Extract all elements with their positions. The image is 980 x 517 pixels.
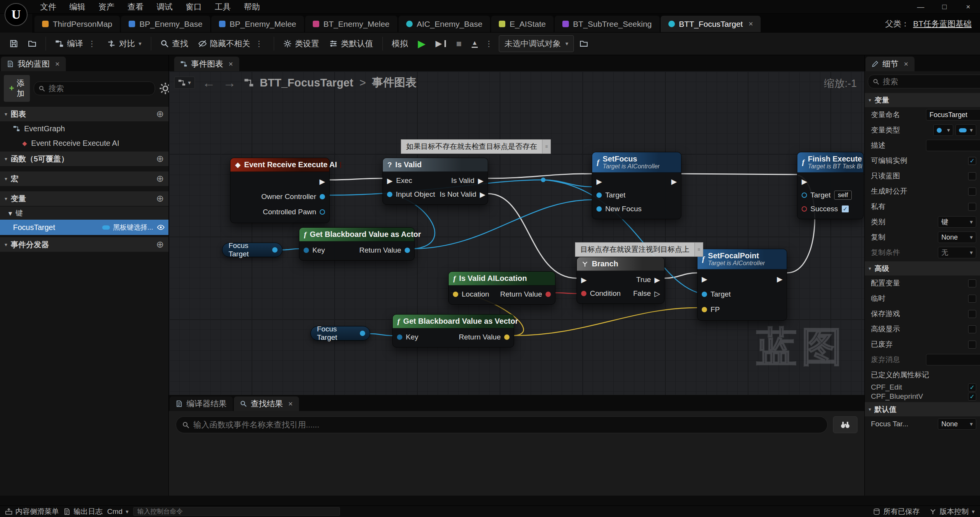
controlled-pawn-pin[interactable] <box>320 209 325 215</box>
play-options-icon[interactable]: ⋮ <box>483 39 494 48</box>
close-button[interactable]: × <box>956 0 980 14</box>
wire-var1-key[interactable] <box>283 249 299 250</box>
tab-bt-enemy-melee[interactable]: BT_Enemy_Melee <box>305 16 397 32</box>
wire-bool-ailoc-condition[interactable] <box>555 293 577 294</box>
add-variable-icon[interactable]: ⊕ <box>156 193 164 204</box>
tab-bt-subtree-seeking[interactable]: BT_SubTree_Seeking <box>555 16 660 32</box>
wire-exec-notvalid-branch[interactable] <box>488 194 577 278</box>
eject-button[interactable]: ▲ <box>467 36 482 51</box>
variable-row-focustarget[interactable]: FocusTarget 黑板键选择... <box>0 220 168 235</box>
reroute-node[interactable] <box>541 178 546 182</box>
success-checkbox[interactable]: ✓ <box>841 205 849 213</box>
wire-var2-key[interactable] <box>370 334 392 336</box>
graph-view-menu[interactable]: ▾ <box>174 77 195 89</box>
stop-button[interactable]: ■ <box>452 35 466 52</box>
find-button[interactable]: 查找 <box>156 35 193 52</box>
maximize-button[interactable]: □ <box>933 0 956 14</box>
comment-grip-icon[interactable]: ≡ <box>542 139 551 154</box>
breadcrumb-root[interactable]: BTT_FocusTarget <box>260 77 353 89</box>
menu-file[interactable]: 文件 <box>34 0 63 13</box>
back-arrow-icon[interactable]: ← <box>203 76 216 89</box>
is-valid-exec-out-pin[interactable]: ▶ <box>478 177 483 184</box>
eye-icon[interactable] <box>157 223 165 231</box>
node-set-focal-point[interactable]: f SetFocalPointTarget is AIController ▶▶… <box>697 249 787 321</box>
output-log-button[interactable]: 输出日志 <box>64 507 103 517</box>
exec-in-pin[interactable]: ▶ <box>702 276 707 283</box>
fp-pin[interactable] <box>702 307 707 312</box>
find-in-blueprints-button[interactable] <box>833 416 858 433</box>
blueprint-search-input[interactable] <box>49 84 150 93</box>
tab-aic-enemy-base[interactable]: AIC_Enemy_Base <box>399 16 490 32</box>
false-exec-out-pin[interactable]: ▷ <box>654 290 660 297</box>
unreal-logo[interactable]: U <box>5 3 28 26</box>
transient-checkbox[interactable] <box>968 295 976 303</box>
add-dispatcher-icon[interactable]: ⊕ <box>156 239 164 250</box>
parent-class-link[interactable]: BT任务蓝图基础 <box>913 18 972 29</box>
close-panel-icon[interactable]: × <box>55 60 60 68</box>
description-input[interactable] <box>926 140 980 151</box>
close-find-results-icon[interactable]: × <box>288 400 293 408</box>
wire-exec-setfocus-finish[interactable] <box>681 174 797 175</box>
breadcrumb-leaf[interactable]: 事件图表 <box>372 75 416 90</box>
exec-in-pin[interactable]: ▶ <box>802 178 807 185</box>
private-checkbox[interactable] <box>968 203 976 211</box>
variable-out-pin[interactable] <box>360 331 365 336</box>
menu-view[interactable]: 查看 <box>121 0 150 13</box>
exec-out-pin[interactable]: ▶ <box>777 276 782 283</box>
node-get-blackboard-value-as-actor[interactable]: f Get Blackboard Value as Actor Key Retu… <box>299 227 415 261</box>
node-focus-target-variable[interactable]: Focus Target <box>222 243 283 257</box>
success-pin[interactable] <box>802 206 807 212</box>
blueprint-search-box[interactable] <box>34 82 155 95</box>
hide-options-icon[interactable]: ⋮ <box>254 39 265 48</box>
comment-bubble-2[interactable]: 目标点存在就设置注视到目标点上 ≡ <box>575 242 703 257</box>
category-keys[interactable]: ▾键 <box>0 207 168 220</box>
target-pin[interactable] <box>596 192 602 198</box>
tree-item-event-receive-execute-ai[interactable]: ◆Event Receive Execute AI <box>0 136 168 150</box>
savegame-checkbox[interactable] <box>968 310 976 318</box>
exec-out-pin[interactable]: ▶ <box>319 178 325 185</box>
find-references-input[interactable] <box>193 420 821 429</box>
exec-in-pin[interactable]: ▶ <box>387 177 393 184</box>
key-pin[interactable] <box>397 334 402 340</box>
simulate-button[interactable]: 模拟 <box>388 35 412 52</box>
condition-pin[interactable] <box>581 291 586 296</box>
exec-in-pin[interactable]: ▶ <box>581 276 587 284</box>
comment-grip-icon[interactable]: ≡ <box>695 242 703 257</box>
tab-bp-enemy-base[interactable]: BP_Enemy_Base <box>121 16 210 32</box>
deprecation-message-input[interactable] <box>926 354 980 365</box>
close-graph-tab-icon[interactable]: × <box>229 60 233 68</box>
replication-condition-dropdown[interactable]: 无▾ <box>938 247 976 258</box>
advanced-display-checkbox[interactable] <box>968 325 976 333</box>
debug-browse-button[interactable] <box>575 36 592 51</box>
close-tab-icon[interactable]: × <box>748 20 753 28</box>
config-variable-checkbox[interactable] <box>968 279 976 287</box>
blueprint-readonly-checkbox[interactable] <box>968 172 976 180</box>
close-details-icon[interactable]: × <box>904 60 908 68</box>
section-variables[interactable]: ▾变量⊕ <box>0 191 168 206</box>
add-function-icon[interactable]: ⊕ <box>156 153 164 164</box>
diff-button[interactable]: 对比▾ <box>103 35 146 52</box>
section-event-dispatchers[interactable]: ▾事件分发器⊕ <box>0 237 168 252</box>
replication-dropdown[interactable]: None▾ <box>938 232 976 243</box>
deprecated-checkbox[interactable] <box>968 341 976 349</box>
add-button[interactable]: +添加 <box>4 75 30 102</box>
tab-thirdpersonmap[interactable]: ThirdPersonMap <box>34 16 120 32</box>
section-macros[interactable]: ▾宏⊕ <box>0 171 168 186</box>
new-focus-pin[interactable] <box>596 206 602 212</box>
details-search-input[interactable] <box>883 77 980 86</box>
tab-compiler-results[interactable]: 编译器结果 <box>170 396 233 411</box>
find-references-search-box[interactable] <box>176 416 828 433</box>
add-graph-icon[interactable]: ⊕ <box>156 109 164 119</box>
exec-out-pin[interactable]: ▶ <box>671 178 677 185</box>
section-variable[interactable]: ▾变量 <box>865 93 980 107</box>
key-pin[interactable] <box>304 248 309 253</box>
owner-controller-pin[interactable] <box>320 194 325 199</box>
tab-bp-enemy-melee[interactable]: BP_Enemy_Melee <box>211 16 304 32</box>
menu-tools[interactable]: 工具 <box>208 0 237 13</box>
menu-edit[interactable]: 编辑 <box>63 0 92 13</box>
category-dropdown[interactable]: 键▾ <box>938 216 976 228</box>
return-value-pin[interactable] <box>546 292 551 297</box>
frame-skip-button[interactable]: ▶ <box>431 35 451 52</box>
instance-editable-checkbox[interactable]: ✓ <box>968 157 976 165</box>
add-macro-icon[interactable]: ⊕ <box>156 173 164 184</box>
